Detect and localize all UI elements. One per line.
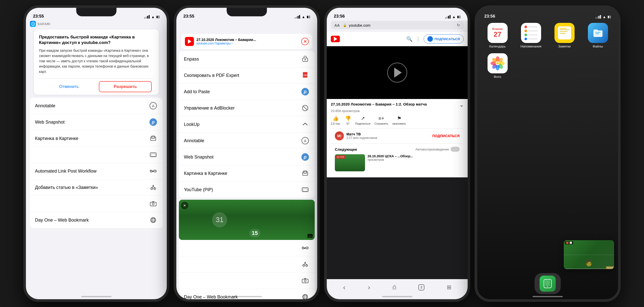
list-item-enpass[interactable]: Enpass (179, 51, 315, 67)
list-item-pdf[interactable]: Скопировать в PDF Expert PDF (179, 67, 315, 84)
channel-subs: 2,27 млн подписчиков (346, 136, 430, 140)
grid-button[interactable] (447, 284, 451, 291)
signal-icon-4 (595, 15, 601, 19)
list-item-unknown[interactable] (30, 196, 163, 212)
share-list-2: Enpass Скопировать в PDF Expert PDF Add … (179, 51, 315, 198)
forward-button[interactable] (368, 283, 370, 291)
list-item-dayone-2[interactable]: Day One – Web Bookmark (179, 289, 315, 299)
dislike-button[interactable]: 👎 57 (345, 115, 351, 125)
more-icon[interactable]: ⋮ (416, 36, 421, 42)
reminders-icon (521, 23, 541, 43)
svg-rect-42 (593, 29, 598, 31)
svg-rect-43 (595, 32, 600, 33)
phone2-screen: 23:55 ▲ ▮▯ 27.10.2 (176, 8, 317, 299)
dislike-icon: 👎 (345, 115, 351, 121)
notch-4 (528, 8, 568, 16)
share-title-text: 27.10.2020 Локомотив – Баварии... (196, 38, 299, 42)
list-item-adblocker[interactable]: Управление в AdBlocker (179, 100, 315, 116)
back-button[interactable] (343, 283, 345, 291)
app-photos[interactable]: Фото (483, 53, 512, 79)
app-reminders[interactable]: Напоминания (517, 23, 545, 48)
play-button[interactable] (387, 63, 407, 83)
search-icon[interactable]: 🔍 (406, 36, 413, 42)
badge-12tur: 12 ТУР (336, 155, 345, 159)
lock-icon: 🔒 (343, 23, 347, 27)
report-label: ожаловать (392, 122, 406, 125)
tabs-button[interactable]: 2 (418, 284, 424, 290)
video-close-btn[interactable]: ✕ (181, 202, 188, 209)
notch-2 (227, 8, 267, 16)
next-video-item[interactable]: 12 ТУР 26.10.2020 ЦСКА – ...Обзор... про… (335, 154, 460, 171)
lookup-expand-icon (301, 120, 310, 129)
list-item-workflow[interactable]: Automated Link Post Workflow (30, 163, 163, 179)
layers-icon-1 (149, 134, 158, 143)
next-views: просмотров (368, 158, 460, 162)
svg-point-13 (152, 203, 154, 205)
list-item-add-notes[interactable]: Добавить статью в «Заметки» (30, 179, 163, 196)
autoplay-switch[interactable] (451, 147, 460, 152)
share-header-title: 27.10.2020 Локомотив – Баварии... youtub… (196, 38, 299, 45)
channel-info: Матч ТВ 2,27 млн подписчиков (346, 132, 430, 140)
app-calendar[interactable]: Вторник 27 Календарь (483, 23, 512, 48)
battery-icon-3: ▮▯ (457, 15, 461, 19)
list-item-annotable-2[interactable]: Annotable A (179, 133, 315, 149)
phone-app-icon[interactable] (540, 276, 556, 292)
list-item-infinity-2[interactable] (179, 240, 315, 256)
list-item-dayone-1[interactable]: Day One – Web Bookmark (30, 212, 163, 228)
list-item-annotable[interactable]: Annotable A (30, 98, 163, 114)
list-item-youtube-pip[interactable]: YouTube (PiP) (179, 182, 315, 198)
like-button[interactable]: 👍 2,6 тыс. (331, 115, 341, 125)
next-title: Следующее (335, 147, 357, 151)
yt-next-section: Следующее Автовоспроизведение 12 ТУР 26.… (331, 144, 464, 174)
list-item-websnapshot-2[interactable]: Web Snapshot p (179, 149, 315, 165)
signin-button[interactable]: 👤 ПОДПИСАТЬСЯ (424, 34, 464, 43)
list-item-pip3[interactable]: Картинка в Картинке (179, 165, 315, 182)
save-button-yt[interactable]: ≡+ Сохранить (375, 116, 388, 125)
calendar-label: Календарь (489, 44, 506, 48)
item-label-paste: Add to Paste (184, 89, 210, 94)
paste-icon-3: p (301, 152, 310, 162)
list-item-paste[interactable]: Add to Paste p (179, 84, 315, 100)
share-label: Поделиться (355, 122, 371, 125)
item-label-pip1: Картинка в Картинке (35, 136, 78, 141)
save-icon: ≡+ (378, 116, 384, 121)
browser-share-button[interactable] (393, 284, 396, 291)
paste-icon-2: p (301, 87, 310, 96)
signal-icon-1 (144, 15, 150, 19)
list-item-pip1[interactable]: Картинка в Картинке (30, 130, 163, 147)
autoplay-toggle[interactable]: Автовоспроизведение (415, 147, 460, 152)
aa-button[interactable]: AA (334, 23, 340, 27)
report-button[interactable]: ⚑ ожаловать (392, 115, 406, 125)
expand-icon[interactable]: ⌄ (459, 102, 464, 108)
item-label-pdf: Скопировать в PDF Expert (184, 73, 239, 78)
svg-point-35 (304, 280, 306, 282)
list-item-websnapshot[interactable]: Web Snapshot p (30, 114, 163, 130)
app-files[interactable]: Файлы (584, 23, 612, 48)
scissors-icon-1 (149, 183, 158, 192)
cancel-button[interactable]: Отменить (39, 81, 99, 93)
item-label-youtube-pip: YouTube (PiP) (184, 187, 213, 192)
autoplay-label: Автовоспроизведение (415, 147, 449, 151)
pip-video[interactable]: 1 ⬜ els.com 🧑 (564, 240, 614, 269)
item-label-pip3: Картинка в Картинке (184, 171, 227, 176)
app-notes[interactable]: Заметки (550, 23, 579, 48)
list-item-camera-2[interactable] (179, 273, 315, 289)
subscribe-button[interactable]: ПОДПИСАТЬСЯ (432, 134, 460, 138)
url-bar[interactable]: AA 🔒 youtube.com ↻ (331, 21, 464, 29)
list-item-pip2[interactable] (30, 147, 163, 163)
dialog-buttons: Отменить Разрешить (39, 78, 154, 95)
share-button-yt[interactable]: ↗ Поделиться (355, 115, 371, 125)
reload-button[interactable]: ↻ (457, 23, 460, 27)
svg-line-24 (303, 106, 307, 110)
like-icon: 👍 (333, 115, 339, 121)
item-label-adblocker: Управление в AdBlocker (184, 106, 235, 111)
item-label-dayone-1: Day One – Web Bookmark (35, 218, 89, 223)
safari-badge: SAFARI (30, 21, 163, 27)
reminders-icon-inner (525, 26, 538, 39)
pdf-icon: PDF (301, 71, 310, 80)
allow-button-wrap: Разрешить (99, 80, 154, 94)
allow-button[interactable]: Разрешить (99, 81, 152, 92)
close-share-button[interactable]: ✕ (301, 38, 309, 45)
list-item-lookup[interactable]: LookUp (179, 116, 315, 133)
list-item-scissors-2[interactable] (179, 256, 315, 273)
